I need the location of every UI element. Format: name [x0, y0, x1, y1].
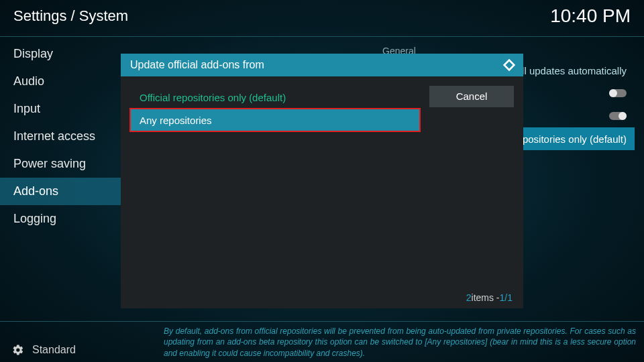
option-official-repos[interactable]: Official repositories only (default): [130, 86, 420, 109]
option-any-repositories[interactable]: Any repositories: [130, 109, 420, 131]
kodi-logo-icon: [502, 58, 517, 72]
breadcrumb: Settings / System: [13, 7, 128, 25]
gear-icon: [12, 344, 24, 356]
footer-page: 1/1: [500, 292, 513, 303]
footer-divider: [0, 321, 644, 322]
toggle-notifications[interactable]: [609, 89, 627, 97]
dialog-header: Update official add-ons from: [121, 54, 523, 76]
dialog-footer: 2 items - 1/1: [121, 287, 523, 308]
dialog-title: Update official add-ons from: [130, 59, 264, 71]
toggle-unknown-sources[interactable]: [609, 112, 627, 120]
footer-items-sep: items -: [472, 292, 500, 303]
settings-level-button[interactable]: Standard: [0, 338, 154, 362]
help-text: By default, add-ons from official reposi…: [164, 326, 636, 359]
dialog-update-official: Update official add-ons from Official re…: [121, 54, 523, 308]
header-divider: [0, 36, 644, 37]
settings-level-label: Standard: [32, 344, 76, 356]
footer-count: 2: [466, 292, 472, 303]
dialog-option-list: Official repositories only (default) Any…: [121, 86, 429, 287]
clock: 10:40 PM: [550, 5, 631, 27]
cancel-button[interactable]: Cancel: [429, 86, 514, 107]
